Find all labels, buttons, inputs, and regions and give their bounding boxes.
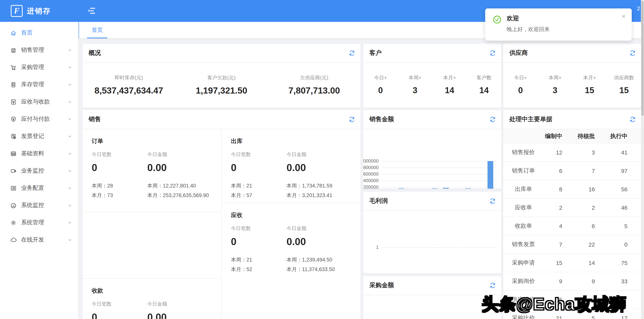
chevron-down-icon: [68, 238, 72, 242]
chevron-down-icon: [68, 186, 72, 190]
system-monitor-icon: [10, 202, 17, 209]
sales-left-column: 订单今日笔数0本周：28本月：73今日金额0.00本周：12,227,801.4…: [82, 129, 221, 319]
sidebar-item-3[interactable]: 库存管理: [0, 76, 78, 93]
bar-7月: [432, 188, 438, 189]
bar-12月: [488, 161, 493, 189]
bar-8月: [443, 188, 449, 189]
receivable-icon: [10, 98, 17, 105]
sidebar-item-12[interactable]: 在线开发: [0, 231, 78, 248]
supplier-stats: 今日+0本周+3本月+15供应商数15: [503, 63, 641, 107]
menu-fold-icon[interactable]: [88, 6, 96, 15]
gross-profit-card-header: 毛利润: [363, 192, 501, 211]
sidebar-item-2[interactable]: 采购管理: [0, 59, 78, 76]
close-icon[interactable]: ×: [622, 13, 626, 20]
sales-body: 订单今日笔数0本周：28本月：73今日金额0.00本周：12,227,801.4…: [82, 129, 360, 319]
refresh-icon[interactable]: [490, 282, 496, 289]
main-content: 概况 即时库存(元)8,537,437,634.47客户欠款(元)1,197,3…: [79, 38, 644, 319]
tab-home[interactable]: 首页: [83, 22, 111, 38]
app: F 进销存 2 首页销售管理采购管理库存管理应收与收款应付与付款发票登记基础资料…: [0, 0, 644, 319]
stat-2: 本月+15: [572, 74, 607, 96]
sales-right-column: 出库今日笔数0本周：21本月：57今日金额0.00本周：1,734,781.59…: [221, 129, 360, 319]
business-monitor-icon: [10, 167, 17, 174]
chevron-down-icon: [68, 134, 72, 138]
table-row-销售订单[interactable]: 销售订单6797: [503, 162, 641, 180]
table-row-收款单[interactable]: 收款单465: [503, 217, 641, 236]
refresh-icon[interactable]: [490, 116, 496, 123]
bar-10月: [465, 188, 471, 189]
stat-0: 今日+0: [503, 74, 538, 96]
gross-profit-chart-card: 毛利润 103月4月5月6月7月8月9月10月11月12月: [363, 192, 501, 273]
supplier-card-header: 供应商: [503, 44, 641, 63]
payable-icon: [10, 116, 17, 122]
stat-1: 本周+3: [538, 74, 572, 96]
sidebar-item-11[interactable]: 系统管理: [0, 214, 78, 231]
refresh-icon[interactable]: [490, 198, 496, 204]
table-row-采购申请[interactable]: 采购申请151475: [503, 254, 641, 272]
card-title: 概况: [88, 49, 101, 57]
app-title: 进销存: [27, 6, 51, 16]
stat-2: 本月+14: [432, 74, 467, 96]
table-row-应收单[interactable]: 应收单2246: [503, 198, 641, 217]
sales-card: 销售 订单今日笔数0本周：28本月：73今日金额0.00本周：12,227,80…: [82, 110, 360, 319]
customer-stats: 今日+0本周+3本月+14客户数14: [363, 63, 501, 107]
sales-card-header: 销售: [82, 110, 360, 129]
supplier-card: 供应商 今日+0本周+3本月+15供应商数15: [503, 44, 641, 108]
inventory-icon: [10, 81, 17, 88]
table-row-销售报价[interactable]: 销售报价12341: [503, 144, 641, 162]
pending-documents-card: 处理中主要单据 编制中待核批执行中销售报价12341销售订单6797出库单816…: [503, 110, 641, 319]
overview-stats: 即时库存(元)8,537,437,634.47客户欠款(元)1,197,321.…: [82, 63, 360, 107]
shop-icon: [10, 46, 17, 54]
sidebar-item-7[interactable]: 基础资料: [0, 145, 78, 162]
chevron-down-icon: [68, 203, 72, 208]
refresh-icon[interactable]: [630, 116, 636, 123]
sidebar-item-0[interactable]: 首页: [0, 24, 78, 42]
sidebar-item-4[interactable]: 应收与收款: [0, 93, 78, 110]
overview-card: 概况 即时库存(元)8,537,437,634.47客户欠款(元)1,197,3…: [82, 44, 360, 108]
refresh-icon[interactable]: [490, 50, 496, 56]
refresh-icon[interactable]: [630, 50, 636, 56]
refresh-icon[interactable]: [349, 50, 355, 56]
app-logo[interactable]: F 进销存: [11, 0, 51, 22]
check-circle-icon: [493, 15, 501, 24]
chevron-down-icon: [68, 117, 72, 121]
welcome-toast: 欢迎 晚上好，欢迎回来 ×: [485, 8, 632, 41]
notification-count[interactable]: 2: [637, 5, 640, 12]
scrollbar[interactable]: [641, 0, 644, 319]
sidebar-item-6[interactable]: 发票登记: [0, 128, 78, 145]
sidebar-item-9[interactable]: 业务配置: [0, 180, 78, 197]
sidebar-item-5[interactable]: 应付与付款: [0, 110, 78, 128]
card-title: 销售金额: [369, 116, 394, 124]
overview-card-header: 概况: [82, 44, 360, 63]
purchase-amount-chart: 800000: [363, 295, 501, 319]
card-title: 毛利润: [369, 197, 388, 205]
chevron-down-icon: [68, 65, 72, 70]
sidebar-item-10[interactable]: 系统监控: [0, 197, 78, 214]
sales-section-receivable: 应收今日笔数0本周：21本月：52今日金额0.00本周：1,239,494.50…: [222, 203, 360, 319]
sidebar-item-1[interactable]: 销售管理: [0, 42, 78, 59]
stat-0: 今日+0: [363, 74, 398, 96]
chevron-down-icon: [68, 48, 72, 52]
stat-1: 本周+3: [398, 74, 432, 96]
sidebar-menu: 首页销售管理采购管理库存管理应收与收款应付与付款发票登记基础资料业务监控业务配置…: [0, 24, 78, 248]
sales-section-receipt: 收款今日笔数0今日金额0.00: [82, 278, 221, 319]
table-row-销售发票[interactable]: 销售发票7220: [503, 236, 641, 254]
table-row-采购询价[interactable]: 采购询价9933: [503, 272, 641, 291]
pending-documents-table: 编制中待核批执行中销售报价12341销售订单6797出库单81656应收单224…: [503, 129, 641, 319]
customer-card-header: 客户: [363, 44, 501, 63]
purchase-amount-chart-card: 采购金额 800000: [363, 276, 501, 319]
gross-profit-chart: 103月4月5月6月7月8月9月10月11月12月: [363, 211, 501, 273]
sales-amount-chart: 100000080000060000040000020000003月4月5月6月…: [363, 129, 501, 189]
card-title: 供应商: [509, 49, 528, 57]
system-manage-icon: [10, 219, 17, 226]
cart-icon: [10, 64, 17, 71]
sales-empty-cell: [82, 212, 221, 278]
card-title: 采购金额: [369, 282, 394, 290]
stat-2: 欠供应商(元)7,807,713.00: [268, 74, 360, 96]
card-title: 客户: [369, 49, 382, 57]
table-row-出库单[interactable]: 出库单81656: [503, 180, 641, 198]
watermark: 头条@Echa攻城狮: [482, 293, 627, 316]
refresh-icon[interactable]: [349, 116, 355, 123]
sidebar-item-8[interactable]: 业务监控: [0, 162, 78, 180]
scrollbar-thumb[interactable]: [641, 1, 644, 116]
sales-amount-chart-card: 销售金额 100000080000060000040000020000003月4…: [363, 110, 501, 189]
